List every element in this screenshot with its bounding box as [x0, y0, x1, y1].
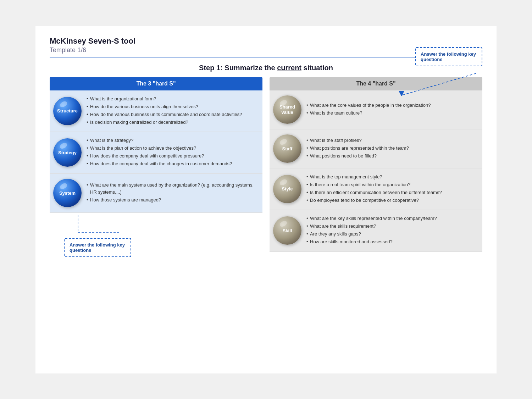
skill-q3: Are they any skills gaps? — [306, 231, 479, 238]
staff-q2: What positions are represented within th… — [306, 145, 479, 152]
answer-box-bottom-left: Answer the following key questions — [64, 238, 131, 257]
style-q2: Is there a real team spirit within the o… — [306, 181, 479, 188]
page-subtitle: Template 1/6 — [50, 46, 135, 54]
skill-q4: How are skills monitored and assessed? — [306, 238, 479, 245]
strategy-q4: How does the company deal with the chang… — [87, 160, 259, 167]
shared-value-ball: Shared value — [273, 95, 301, 124]
style-q3: Is there an efficient communication betw… — [306, 189, 479, 196]
bottom-left-area: Answer the following key questions — [50, 215, 262, 261]
structure-questions: What is the organizational form? How do … — [87, 95, 259, 127]
shared-value-q1: What are the core values of the people i… — [306, 102, 479, 109]
system-q2: How those systems are managed? — [87, 196, 259, 204]
staff-q1: What is the staff profiles? — [306, 137, 479, 144]
skill-questions: What are the key skills represented with… — [306, 215, 479, 246]
main-columns: The 3 "hard S" Structure What is the org… — [50, 77, 482, 261]
system-questions: What are the main systems used by the or… — [87, 182, 259, 204]
col-right-header: The 4 "hard S" — [270, 77, 482, 90]
structure-q1: What is the organizational form? — [87, 95, 259, 102]
col-left: The 3 "hard S" Structure What is the org… — [50, 77, 262, 261]
strategy-questions: What is the strategy? What is the plan o… — [87, 137, 259, 168]
shared-value-questions: What are the core values of the people i… — [306, 102, 479, 117]
system-ball: System — [53, 179, 82, 207]
skill-q2: What are the skills requirement? — [306, 223, 479, 230]
shared-value-row: Shared value What are the core values of… — [270, 90, 482, 129]
structure-row: Structure What is the organizational for… — [50, 90, 262, 132]
staff-row: Staff What is the staff profiles? What p… — [270, 129, 482, 168]
strategy-ball: Strategy — [53, 138, 82, 167]
col-right: The 4 "hard S" Shared value What are the… — [270, 77, 482, 261]
style-ball: Style — [273, 175, 301, 203]
style-row: Style What is the top management style? … — [270, 168, 482, 210]
structure-q4: Is decision making centralized or decent… — [87, 119, 259, 126]
skill-q1: What are the key skills represented with… — [306, 215, 479, 222]
col-left-header: The 3 "hard S" — [50, 77, 262, 90]
main-page: McKinsey Seven-S tool Template 1/6 Answe… — [35, 26, 497, 373]
system-q1: What are the main systems used by the or… — [87, 182, 259, 196]
style-q4: Do employees tend to be competitive or c… — [306, 197, 479, 204]
strategy-q1: What is the strategy? — [87, 137, 259, 144]
staff-questions: What is the staff profiles? What positio… — [306, 137, 479, 160]
strategy-q3: How does the company deal with competiti… — [87, 153, 259, 160]
staff-q3: What positions need to be filled? — [306, 153, 479, 160]
skill-row: Skill What are the key skills represente… — [270, 210, 482, 252]
strategy-row: Strategy What is the strategy? What is t… — [50, 132, 262, 174]
page-title: McKinsey Seven-S tool — [50, 37, 135, 46]
skill-ball: Skill — [273, 216, 301, 245]
structure-q3: How do the various business units commun… — [87, 111, 259, 118]
structure-q2: How do the various business units align … — [87, 103, 259, 110]
shared-value-q2: What is the team culture? — [306, 110, 479, 117]
structure-ball: Structure — [53, 97, 82, 125]
strategy-q2: What is the plan of action to achieve th… — [87, 145, 259, 152]
answer-box-top-right: Answer the following key questions — [415, 47, 482, 66]
staff-ball: Staff — [273, 134, 301, 163]
style-q1: What is the top management style? — [306, 173, 479, 181]
header-text-area: McKinsey Seven-S tool Template 1/6 — [50, 37, 135, 54]
system-row: System What are the main systems used by… — [50, 174, 262, 213]
style-questions: What is the top management style? Is the… — [306, 173, 479, 205]
